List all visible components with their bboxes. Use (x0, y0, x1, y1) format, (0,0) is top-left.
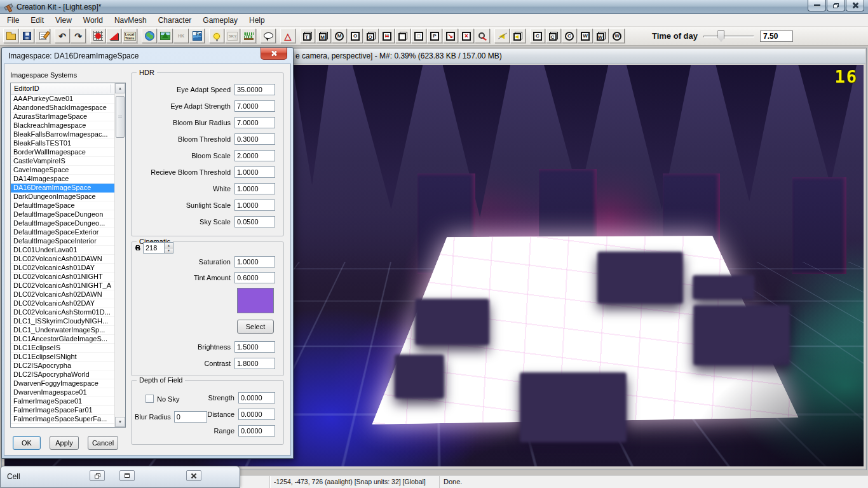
field-input[interactable] (234, 166, 275, 178)
list-item[interactable]: AzurasStarImageSpace (11, 112, 114, 121)
select-color-button[interactable]: Select (237, 320, 274, 334)
list-item[interactable]: DLC2ISApocrypha (11, 362, 114, 370)
water-fx-icon[interactable]: Fx (189, 29, 205, 43)
grass-icon[interactable] (241, 29, 256, 43)
rgb-input[interactable] (143, 242, 165, 254)
havok-icon[interactable]: HK (173, 29, 189, 43)
list-item[interactable]: DLC1EclipseIS (11, 344, 114, 353)
bounds-icon[interactable]: □ (411, 29, 426, 43)
field-input[interactable] (234, 133, 275, 145)
select-arrow-icon[interactable]: ↘ (443, 29, 458, 43)
list-item[interactable]: DefaultImageSpaceExterior (11, 228, 114, 237)
list-item[interactable]: CaveImageSpace (11, 166, 114, 175)
occlusion-o-cube-icon[interactable]: O (363, 29, 379, 43)
field-input[interactable] (234, 200, 275, 211)
no-sky-checkbox[interactable] (146, 395, 154, 403)
cell-view-window[interactable]: Cell (0, 466, 240, 488)
snap-to-angle-icon[interactable] (106, 29, 121, 43)
dialog-close-button[interactable] (261, 48, 287, 60)
list-item[interactable]: FalmerImageSpaceSuperFa... (11, 415, 114, 424)
list-item[interactable]: DLC02VolcanicAsh01NIGHT (11, 273, 114, 281)
list-item[interactable]: DarkDungeonImageSpace (11, 193, 114, 201)
list-item[interactable]: DefaultImageSpaceDungeo... (11, 219, 114, 228)
list-item[interactable]: DLC02VolcanicAsh02DAY (11, 299, 114, 308)
list-item[interactable]: BlackreachImagespace (11, 121, 114, 130)
cell-restore-button[interactable] (90, 470, 105, 481)
spinner[interactable] (165, 242, 173, 254)
portals-icon[interactable]: P (427, 29, 442, 43)
marker-m-circle-icon[interactable]: M (332, 29, 347, 43)
menu-item[interactable]: View (50, 15, 78, 26)
list-item[interactable]: DLC02VolcanicAshStorm01D... (11, 308, 114, 317)
ok-button[interactable]: OK (13, 436, 41, 450)
list-item[interactable]: DLC02VolcanicAsh01DAWN (11, 255, 114, 264)
field-input[interactable] (234, 84, 275, 95)
field-input[interactable] (234, 256, 275, 268)
menu-item[interactable]: Help (243, 15, 271, 26)
open-icon[interactable] (3, 29, 18, 43)
menu-item[interactable]: File (1, 15, 25, 26)
list-item[interactable]: BleakFallsTEST01 (11, 139, 114, 148)
cell-maximize-button[interactable] (119, 470, 135, 481)
field-input[interactable] (238, 425, 275, 437)
marker-m-cube-icon[interactable]: M (316, 29, 331, 43)
lights-icon[interactable] (209, 29, 224, 43)
field-input[interactable] (238, 409, 275, 420)
navmesh-icon[interactable]: △ (280, 29, 295, 43)
marker-t-cube-icon[interactable]: T (300, 29, 315, 43)
list-item[interactable]: DwarvenFoggyImagespace (11, 379, 114, 388)
collision-c-circle-icon[interactable]: C (562, 29, 577, 43)
column-header-editorid[interactable]: EditorID (11, 83, 114, 95)
apply-button[interactable]: Apply (50, 436, 79, 450)
field-input[interactable] (234, 216, 275, 227)
scroll-up-icon[interactable]: ▲ (115, 83, 125, 93)
collision-c-icon[interactable]: C (530, 29, 545, 43)
cube-picker-icon[interactable]: ◀ (510, 29, 526, 43)
list-item[interactable]: DLC2ISApocryphaWorld (11, 370, 114, 379)
menu-item[interactable]: NavMesh (109, 15, 153, 26)
collision-c-cube-icon[interactable]: C (546, 29, 561, 43)
list-item[interactable]: DA14Imagespace (11, 175, 114, 184)
field-input[interactable] (234, 100, 275, 112)
slider-handle[interactable] (717, 30, 724, 42)
occlusion-o-icon[interactable]: O (348, 29, 363, 43)
water-w-cube-icon[interactable]: W (593, 29, 609, 43)
list-item[interactable]: CastleVampireIS (11, 157, 114, 166)
spin-up-icon[interactable] (165, 243, 173, 248)
redo-icon[interactable]: ↷ (71, 29, 86, 43)
list-item[interactable]: DLC02VolcanicAsh01NIGHT_A (11, 281, 114, 290)
world-icon[interactable] (142, 29, 157, 43)
field-input[interactable] (234, 183, 275, 194)
field-input[interactable] (234, 117, 275, 128)
field-input[interactable] (234, 341, 275, 353)
list-item[interactable]: DLC1EclipseISNight (11, 353, 114, 362)
time-of-day-value[interactable] (760, 30, 793, 42)
field-input[interactable] (234, 358, 275, 369)
close-button[interactable] (846, 0, 864, 11)
list-item[interactable]: BleakFallsBarrowImagespac... (11, 130, 114, 139)
list-item[interactable]: DLC02VolcanicAsh02DAWN (11, 290, 114, 299)
list-item[interactable]: DLC1_UnderwaterImageSp... (11, 326, 114, 335)
cancel-button[interactable]: Cancel (88, 436, 118, 450)
sky-icon[interactable]: SKY (225, 29, 240, 43)
properties-icon[interactable] (35, 29, 50, 43)
wireframe-cube-icon[interactable] (395, 29, 410, 43)
restore-button[interactable] (827, 0, 845, 11)
cell-close-button[interactable] (186, 470, 201, 481)
undo-icon[interactable]: ↶ (55, 29, 70, 43)
list-item[interactable]: DA16DreamImageSpace (11, 184, 114, 193)
door-teleport-icon[interactable]: H (379, 29, 395, 43)
list-scrollbar[interactable]: ▲ ▼ (114, 83, 125, 427)
list-item[interactable]: DefaultImageSpaceInterior (11, 237, 114, 246)
dialogue-icon[interactable] (261, 29, 276, 43)
list-item[interactable]: DefaultImageSpaceDungeon (11, 210, 114, 219)
field-input[interactable] (234, 150, 275, 161)
list-item[interactable]: AAAPurkeyCave01 (11, 95, 114, 104)
light-picker-icon[interactable]: ◀ (494, 29, 510, 43)
save-icon[interactable] (19, 29, 34, 43)
water-w-circle-icon[interactable]: W (609, 29, 625, 43)
titlebar[interactable]: Creation Kit - [Light.esp]* (0, 0, 868, 14)
minimize-button[interactable] (808, 0, 826, 11)
local-transform-icon[interactable]: Local Trans (122, 29, 137, 43)
list-item[interactable]: DLC02VolcanicAsh01DAY (11, 264, 114, 273)
